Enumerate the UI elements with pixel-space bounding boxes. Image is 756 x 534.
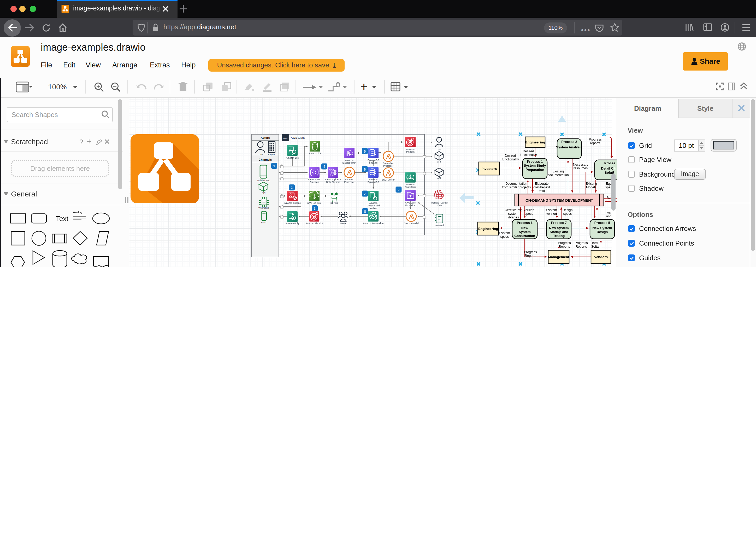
svg-text:System: System [546, 208, 557, 212]
svg-text:Reports: Reports [576, 245, 587, 248]
svg-text:Data: Data [438, 204, 442, 207]
svg-text:Documentation: Documentation [505, 182, 527, 185]
svg-text:Certificates,: Certificates, [505, 208, 522, 212]
svg-text:Amazon Polly: Amazon Polly [285, 222, 299, 225]
svg-text:Amazon: Amazon [369, 178, 377, 181]
svg-text:Amazon: Amazon [406, 148, 415, 151]
svg-text:Actors: Actors [260, 136, 270, 139]
svg-text:Amazon: Amazon [369, 202, 377, 204]
svg-text:System: System [519, 230, 531, 234]
svg-text:Vendors: Vendors [594, 255, 608, 259]
svg-text:Amazon Pinpoint: Amazon Pinpoint [306, 222, 323, 225]
svg-text:Mobile / Web: Mobile / Web [257, 179, 270, 182]
svg-text:Process 1: Process 1 [527, 160, 543, 163]
svg-text:Necessary: Necessary [573, 163, 588, 166]
svg-text:functionality: functionality [502, 157, 519, 161]
svg-text:Testing: Testing [553, 234, 565, 238]
svg-text:Amazon Personalize: Amazon Personalize [363, 222, 384, 225]
svg-text:2: 2 [291, 186, 293, 190]
svg-text:Hard: Hard [591, 241, 598, 245]
svg-text:Process 6: Process 6 [517, 221, 532, 225]
svg-text:Text: Text [56, 215, 68, 223]
svg-text:1: 1 [273, 164, 275, 168]
svg-text:specs: specs [563, 212, 572, 215]
svg-text:Formation: Formation [405, 204, 416, 207]
svg-text:9: 9 [397, 188, 399, 192]
svg-text:Medical: Medical [369, 207, 377, 210]
svg-text:ratio: ratio [539, 189, 545, 193]
svg-text:Data Streams: Data Streams [326, 181, 340, 183]
svg-text:Process 7: Process 7 [551, 221, 567, 225]
svg-text:Preparation: Preparation [526, 168, 544, 172]
svg-text:Process 5: Process 5 [594, 221, 610, 225]
svg-text:Design: Design [597, 230, 608, 234]
svg-text:Wearables: Wearables [258, 207, 269, 209]
svg-text:Construction: Construction [514, 234, 535, 238]
svg-text:Existing: Existing [585, 182, 597, 185]
svg-text:Amazon S3: Amazon S3 [309, 152, 321, 155]
svg-text:DynamoDB: DynamoDB [367, 181, 379, 183]
svg-text:Softw: Softw [591, 245, 599, 248]
svg-text:cost/benefit: cost/benefit [533, 185, 550, 189]
svg-text:from similar projects: from similar projects [502, 185, 531, 189]
svg-text:Existing: Existing [553, 170, 564, 173]
svg-text:API: API [262, 191, 265, 194]
svg-text:Gateway: Gateway [310, 181, 319, 183]
svg-text:Elaborate: Elaborate [535, 182, 549, 185]
svg-text:4: 4 [323, 165, 326, 169]
svg-text:New System: New System [549, 226, 569, 230]
svg-text:and: and [606, 214, 612, 218]
svg-text:Progress: Progress [575, 241, 588, 245]
svg-text:AWS IoT Core: AWS IoT Core [307, 202, 322, 204]
svg-text:AWS Lake: AWS Lake [405, 201, 416, 204]
svg-text:IoT Rule: IoT Rule [330, 202, 338, 204]
svg-text:Investors: Investors [482, 167, 497, 171]
svg-text:Proces: Proces [604, 161, 615, 165]
svg-text:Amazon Lex: Amazon Lex [286, 156, 299, 159]
svg-text:libraries: libraries [507, 215, 519, 219]
svg-text:SageMaker: SageMaker [405, 186, 416, 188]
svg-text:Models: Models [586, 185, 597, 189]
svg-text:Progress: Progress [558, 241, 571, 245]
svg-text:Users: Users [340, 222, 346, 225]
svg-text:Ac: Ac [607, 211, 610, 214]
svg-text:System Study: System Study [524, 163, 546, 167]
svg-text:Progress: Progress [524, 250, 537, 254]
svg-text:Amazon API: Amazon API [308, 178, 320, 181]
svg-text:Detail Ch: Detail Ch [601, 166, 615, 170]
svg-text:Engineering: Engineering [525, 140, 545, 144]
svg-text:ERL Function: ERL Function [382, 179, 395, 181]
svg-text:DynamoDB: DynamoDB [367, 159, 379, 161]
svg-text:API: API [437, 177, 441, 180]
svg-text:Progress: Progress [589, 138, 602, 141]
svg-text:Desired: Desired [505, 154, 516, 157]
svg-text:3: 3 [314, 207, 316, 211]
svg-text:Startup and: Startup and [550, 230, 568, 234]
svg-text:specs: specs [525, 212, 533, 215]
svg-text:Streams: Streams [369, 161, 377, 164]
svg-text:reports: reports [590, 141, 600, 145]
svg-text:8: 8 [364, 210, 366, 213]
svg-text:ElasticSearch: ElasticSearch [342, 161, 356, 164]
svg-text:specs: specs [500, 235, 509, 239]
svg-text:system: system [508, 212, 518, 215]
svg-text:version: version [546, 212, 557, 215]
svg-text:Design: Design [563, 208, 573, 212]
svg-text:New: New [521, 226, 528, 230]
svg-text:Processor: Processor [344, 181, 355, 183]
svg-text:Channels: Channels [259, 158, 272, 161]
svg-text:Amazon Kinesis: Amazon Kinesis [325, 178, 341, 181]
svg-text:Amazon: Amazon [345, 159, 353, 161]
svg-text:aws: aws [284, 137, 288, 139]
svg-text:System Analysis: System Analysis [556, 145, 582, 149]
svg-text:Reports: Reports [559, 245, 570, 248]
svg-text:Management: Management [548, 255, 569, 259]
svg-text:Amazon Cognito: Amazon Cognito [284, 202, 301, 204]
svg-text:Subscriber: Subscriber [383, 162, 394, 165]
svg-text:Comprehend: Comprehend [367, 204, 380, 207]
svg-text:Heading: Heading [73, 211, 83, 214]
svg-text:Processor: Processor [383, 165, 393, 167]
svg-text:Reports: Reports [525, 254, 536, 258]
svg-text:Execute Model: Execute Model [404, 222, 419, 225]
svg-text:User: User [259, 153, 263, 156]
